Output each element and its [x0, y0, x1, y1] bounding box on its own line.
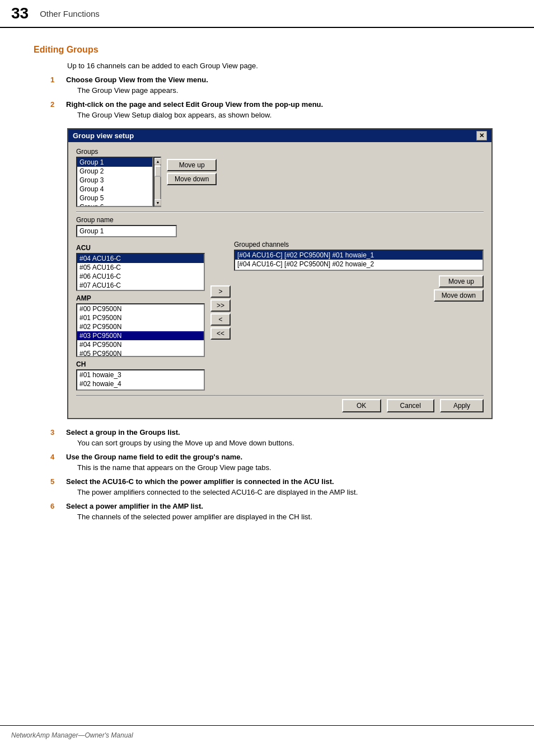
- acu-label: ACU: [76, 244, 205, 252]
- add-button[interactable]: >: [210, 285, 231, 298]
- grouped-channels-label: Grouped channels: [234, 241, 484, 248]
- step-5-number: 5: [50, 477, 63, 486]
- step-4-number: 4: [50, 453, 63, 461]
- ch-item-2[interactable]: #02 howaie_4: [77, 379, 204, 388]
- group-name-label: Group name: [76, 216, 484, 224]
- step-1-content: Choose Group View from the View menu. Th…: [66, 76, 500, 95]
- groups-row: Group 1 Group 2 Group 3 Group 4 Group 5 …: [76, 157, 484, 207]
- amp-item-2[interactable]: #01 PC9500N: [77, 313, 204, 322]
- scrollbar-down-arrow[interactable]: ▼: [154, 199, 161, 206]
- header-bar: 33 Other Functions: [0, 0, 534, 28]
- step-3-content: Select a group in the Groups list. You c…: [66, 428, 500, 447]
- transfer-buttons: > >> < <<: [207, 285, 234, 340]
- step-4: 4 Use the Group name field to edit the g…: [34, 453, 500, 472]
- scrollbar-thumb-top: [154, 166, 161, 177]
- acu-item-2[interactable]: #05 ACU16-C: [77, 263, 204, 272]
- groups-move-buttons: Move up Move down: [167, 157, 217, 185]
- amp-item-5[interactable]: #04 PC9500N: [77, 340, 204, 349]
- step-1-bold: Choose Group View from the View menu.: [66, 76, 500, 84]
- intro-text: Up to 16 channels can be added to each G…: [34, 62, 500, 70]
- ok-button[interactable]: OK: [342, 399, 381, 412]
- step-1-number: 1: [50, 76, 63, 84]
- grouped-move-down-button[interactable]: Move down: [434, 289, 484, 302]
- group-name-input[interactable]: [76, 225, 177, 237]
- groups-listbox[interactable]: Group 1 Group 2 Group 3 Group 4 Group 5 …: [76, 157, 153, 207]
- grouped-item-2[interactable]: [#04 ACU16-C] [#02 PC9500N] #02 howaie_2: [235, 260, 483, 269]
- step-2: 2 Right-click on the page and select Edi…: [34, 100, 500, 119]
- amp-listbox[interactable]: #00 PC9500N #01 PC9500N #02 PC9500N #03 …: [76, 303, 205, 357]
- step-2-bold: Right-click on the page and select Edit …: [66, 100, 500, 109]
- right-move-buttons: Move up Move down: [234, 275, 484, 302]
- step-3-desc: You can sort groups by using the Move up…: [66, 439, 500, 447]
- dialog-title: Group view setup: [73, 132, 134, 140]
- scrollbar-up-arrow[interactable]: ▲: [154, 158, 161, 165]
- amp-label: AMP: [76, 294, 205, 302]
- step-4-desc: This is the name that appears on the Gro…: [66, 463, 500, 472]
- dialog-footer: OK Cancel Apply: [76, 395, 484, 412]
- step-5-bold: Select the ACU16-C to which the power am…: [66, 477, 500, 486]
- group-view-setup-dialog: Group view setup ✕ Groups Group 1 Group …: [67, 128, 493, 419]
- step-1: 1 Choose Group View from the View menu. …: [34, 76, 500, 95]
- acu-item-3[interactable]: #06 ACU16-C: [77, 272, 204, 281]
- step-3-number: 3: [50, 428, 63, 436]
- right-side: Grouped channels [#04 ACU16-C] [#02 PC95…: [234, 241, 484, 302]
- step-2-desc: The Group View Setup dialog box appears,…: [66, 111, 500, 119]
- group-item-1[interactable]: Group 1: [77, 158, 152, 167]
- step-2-content: Right-click on the page and select Edit …: [66, 100, 500, 119]
- grouped-item-1[interactable]: [#04 ACU16-C] [#02 PC9500N] #01 howaie_1: [235, 251, 483, 260]
- lists-area: ACU #04 ACU16-C #05 ACU16-C #06 ACU16-C …: [76, 241, 484, 391]
- acu-item-4[interactable]: #07 ACU16-C: [77, 281, 204, 290]
- groups-move-up-button[interactable]: Move up: [167, 159, 217, 171]
- step-6-content: Select a power amplifier in the AMP list…: [66, 502, 500, 521]
- group-item-2[interactable]: Group 2: [77, 167, 152, 176]
- remove-all-button[interactable]: <<: [210, 327, 231, 340]
- group-name-section: Group name: [76, 216, 484, 237]
- amp-item-1[interactable]: #00 PC9500N: [77, 304, 204, 313]
- amp-item-6[interactable]: #05 PC9500N: [77, 349, 204, 357]
- dialog-close-button[interactable]: ✕: [476, 131, 487, 140]
- groups-scrollbar[interactable]: ▲ ▼: [153, 157, 161, 207]
- ch-label: CH: [76, 360, 205, 368]
- content-area: Editing Groups Up to 16 channels can be …: [0, 28, 534, 543]
- ch-item-1[interactable]: #01 howaie_3: [77, 370, 204, 379]
- ch-listbox[interactable]: #01 howaie_3 #02 howaie_4: [76, 369, 205, 391]
- grouped-move-up-button[interactable]: Move up: [439, 275, 484, 288]
- step-6: 6 Select a power amplifier in the AMP li…: [34, 502, 500, 521]
- group-item-6[interactable]: Group 6: [77, 203, 152, 207]
- step-3-bold: Select a group in the Groups list.: [66, 428, 500, 436]
- dialog-separator-1: [76, 212, 484, 213]
- group-item-4[interactable]: Group 4: [77, 185, 152, 194]
- step-1-desc: The Group View page appears.: [66, 86, 500, 95]
- step-5-content: Select the ACU16-C to which the power am…: [66, 477, 500, 496]
- grouped-channels-listbox[interactable]: [#04 ACU16-C] [#02 PC9500N] #01 howaie_1…: [234, 250, 484, 271]
- cancel-button[interactable]: Cancel: [387, 399, 434, 412]
- add-all-button[interactable]: >>: [210, 299, 231, 312]
- left-lists: ACU #04 ACU16-C #05 ACU16-C #06 ACU16-C …: [76, 241, 205, 391]
- step-2-number: 2: [50, 100, 63, 109]
- groups-label: Groups: [76, 148, 484, 156]
- page-footer: NetworkAmp Manager—Owner's Manual: [0, 725, 534, 745]
- remove-button[interactable]: <: [210, 313, 231, 326]
- amp-item-3[interactable]: #02 PC9500N: [77, 322, 204, 331]
- group-item-3[interactable]: Group 3: [77, 176, 152, 185]
- step-4-bold: Use the Group name field to edit the gro…: [66, 453, 500, 461]
- section-heading: Editing Groups: [34, 45, 500, 55]
- groups-section: Groups Group 1 Group 2 Group 3 Group 4 G…: [76, 148, 484, 207]
- amp-item-4[interactable]: #03 PC9500N: [77, 331, 204, 340]
- page-title: Other Functions: [40, 9, 100, 18]
- groups-move-down-button[interactable]: Move down: [167, 173, 217, 185]
- footer-text: NetworkAmp Manager—Owner's Manual: [11, 731, 133, 739]
- step-6-bold: Select a power amplifier in the AMP list…: [66, 502, 500, 510]
- acu-listbox[interactable]: #04 ACU16-C #05 ACU16-C #06 ACU16-C #07 …: [76, 253, 205, 291]
- step-4-content: Use the Group name field to edit the gro…: [66, 453, 500, 472]
- dialog-body: Groups Group 1 Group 2 Group 3 Group 4 G…: [68, 142, 491, 418]
- page-number: 33: [11, 4, 29, 22]
- group-item-5[interactable]: Group 5: [77, 194, 152, 203]
- apply-button[interactable]: Apply: [440, 399, 484, 412]
- acu-item-1[interactable]: #04 ACU16-C: [77, 254, 204, 263]
- step-5: 5 Select the ACU16-C to which the power …: [34, 477, 500, 496]
- step-6-desc: The channels of the selected power ampli…: [66, 513, 500, 521]
- page-wrapper: 33 Other Functions Editing Groups Up to …: [0, 0, 534, 756]
- step-6-number: 6: [50, 502, 63, 510]
- groups-listbox-wrapper: Group 1 Group 2 Group 3 Group 4 Group 5 …: [76, 157, 161, 207]
